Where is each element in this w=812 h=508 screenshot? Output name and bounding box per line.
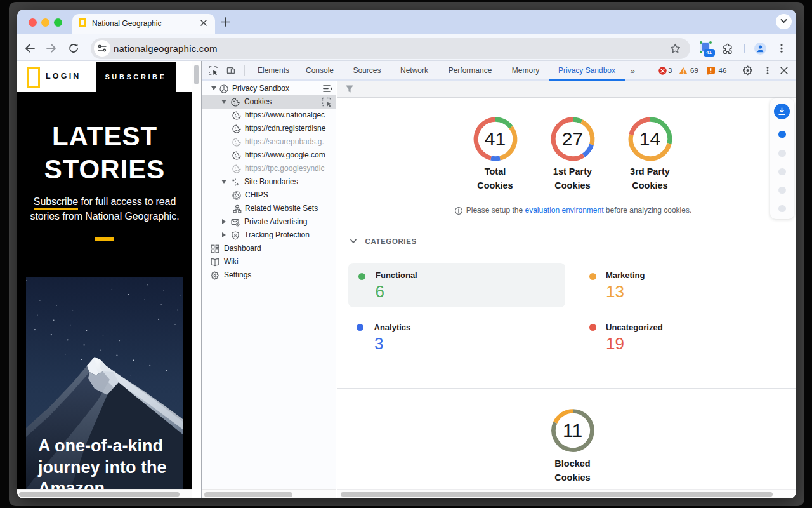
tree-item-cookie-url[interactable]: https://cdn.registerdisne: [202, 122, 336, 135]
section-nav-dot-active[interactable]: [778, 131, 786, 138]
tree-item-cookie-url[interactable]: https://www.nationalgec: [202, 109, 336, 122]
category-label[interactable]: Uncategorized: [606, 321, 663, 334]
devtools-tab-console[interactable]: Console: [305, 61, 334, 79]
section-nav-dot[interactable]: [778, 187, 786, 194]
page-horizontal-scrollbar[interactable]: [17, 489, 192, 498]
device-toolbar-icon[interactable]: [226, 65, 236, 76]
donut-value: 27: [547, 126, 598, 152]
category-label[interactable]: Analytics: [374, 321, 411, 334]
cookie-icon: [232, 124, 241, 133]
section-nav-dot[interactable]: [778, 205, 786, 213]
tree-item-dashboard[interactable]: Dashboard: [202, 242, 336, 255]
inspect-element-icon[interactable]: [208, 65, 218, 76]
natgeo-logo-icon[interactable]: [27, 67, 40, 88]
tree-item-cookie-url[interactable]: https://tpc.googlesyndic: [202, 162, 336, 175]
tree-item-settings[interactable]: Settings: [202, 269, 336, 282]
address-bar[interactable]: nationalgeographic.com: [91, 38, 690, 59]
cookie-icon: [231, 98, 240, 107]
scrollbar-thumb[interactable]: [341, 492, 773, 497]
devtools-tab-performance[interactable]: Performance: [445, 61, 495, 79]
error-count-icon[interactable]: [658, 67, 667, 75]
url-text[interactable]: nationalgeographic.com: [114, 38, 218, 59]
extension-badge: 41: [704, 49, 715, 57]
cookie-icon: [232, 151, 241, 160]
filter-funnel-icon[interactable]: [345, 84, 354, 93]
tree-item-private-advertising[interactable]: Private Advertising: [202, 215, 336, 229]
donut-label: 3rd PartyCookies: [599, 165, 701, 192]
login-link[interactable]: LOGIN: [46, 72, 81, 81]
collapse-sidebar-icon[interactable]: [322, 84, 333, 93]
open-cookies-panel-icon[interactable]: [322, 97, 332, 107]
maximize-window-button[interactable]: [54, 18, 62, 27]
devtools-tab-elements[interactable]: Elements: [256, 61, 291, 79]
devtools-tab-privacy-sandbox[interactable]: Privacy Sandbox: [556, 61, 618, 79]
donut-label: BlockedCookies: [522, 457, 624, 485]
categories-section-title[interactable]: CATEGORIES: [365, 234, 417, 249]
issues-count-icon[interactable]: [707, 67, 715, 75]
tab-search-button[interactable]: [776, 14, 792, 29]
error-count[interactable]: 3: [668, 61, 672, 79]
hero-image[interactable]: A one-of-a-kind journey into the Amazon: [26, 277, 183, 489]
category-label[interactable]: Marketing: [606, 269, 645, 282]
bookmark-star-icon[interactable]: [669, 43, 681, 55]
scrollbar-thumb[interactable]: [19, 492, 180, 497]
new-tab-button[interactable]: [220, 17, 231, 27]
tree-item-tracking-protection[interactable]: Tracking Protection: [202, 229, 336, 242]
close-window-button[interactable]: [29, 18, 37, 27]
page-vertical-scrollbar[interactable]: [192, 61, 201, 489]
blocked-donut-chart[interactable]: 11: [547, 405, 598, 456]
tree-item-privacy-sandbox[interactable]: Privacy Sandbox: [202, 82, 336, 95]
expand-arrow-icon[interactable]: [221, 100, 226, 104]
expand-arrow-icon[interactable]: [211, 86, 216, 90]
tree-item-related-website-sets[interactable]: Related Website Sets: [202, 202, 336, 215]
tab-title: National Geographic: [92, 14, 161, 34]
forward-icon[interactable]: [46, 43, 57, 54]
scrollbar-thumb[interactable]: [194, 65, 199, 84]
minimize-window-button[interactable]: [41, 18, 49, 27]
panel-horizontal-scrollbar[interactable]: [337, 489, 796, 498]
devtools-menu-icon[interactable]: [763, 65, 773, 76]
tree-item-wiki[interactable]: Wiki: [202, 255, 336, 269]
extensions-puzzle-icon[interactable]: [722, 43, 733, 55]
reload-icon[interactable]: [68, 43, 79, 54]
issues-count[interactable]: 46: [719, 61, 727, 79]
natgeo-favicon-icon: [79, 18, 86, 27]
desktop: National Geographic: [0, 0, 812, 508]
tree-item-cookies[interactable]: Cookies: [202, 95, 336, 109]
tree-item-chips[interactable]: CHIPS: [202, 189, 336, 202]
scrollbar-thumb[interactable]: [204, 492, 292, 497]
site-settings-button[interactable]: [94, 40, 110, 57]
tree-item-site-boundaries[interactable]: Site Boundaries: [202, 175, 336, 189]
browser-menu-icon[interactable]: [776, 43, 787, 54]
expand-arrow-icon[interactable]: [221, 180, 226, 184]
collapsed-arrow-icon[interactable]: [222, 232, 226, 237]
download-report-button[interactable]: [774, 104, 790, 119]
section-nav-dot[interactable]: [778, 168, 786, 176]
back-icon[interactable]: [24, 43, 36, 54]
categories-collapse-icon[interactable]: [350, 237, 357, 245]
donut-chart[interactable]: 41: [470, 114, 521, 164]
warning-count[interactable]: 69: [690, 61, 698, 79]
devtools-close-icon[interactable]: [780, 66, 789, 75]
devtools-tab-memory[interactable]: Memory: [510, 61, 541, 79]
category-label[interactable]: Functional: [376, 269, 417, 282]
evaluation-environment-link[interactable]: evaluation environment: [525, 206, 603, 215]
tab-close-icon[interactable]: [198, 17, 209, 29]
tree-horizontal-scrollbar[interactable]: [202, 489, 336, 498]
profile-avatar[interactable]: [754, 43, 766, 55]
devtools-settings-gear-icon[interactable]: [743, 65, 753, 76]
tree-item-cookie-url[interactable]: https://www.google.com: [202, 149, 336, 162]
browser-tab[interactable]: National Geographic: [72, 14, 215, 34]
warning-count-icon[interactable]: [679, 67, 688, 75]
tree-item-cookie-url[interactable]: https://securepubads.g.: [202, 135, 336, 149]
section-nav-dot[interactable]: [778, 150, 786, 157]
donut-chart[interactable]: 14: [625, 114, 676, 164]
donut-chart[interactable]: 27: [547, 114, 598, 164]
more-tabs-icon[interactable]: »: [625, 61, 639, 79]
devtools-tab-network[interactable]: Network: [398, 61, 430, 79]
collapsed-arrow-icon[interactable]: [222, 219, 226, 224]
devtools-tab-sources[interactable]: Sources: [352, 61, 382, 79]
subscribe-button[interactable]: SUBSCRIBE: [96, 62, 176, 92]
subscribe-link[interactable]: Subscribe: [34, 196, 78, 210]
donut-value: 41: [470, 126, 521, 152]
